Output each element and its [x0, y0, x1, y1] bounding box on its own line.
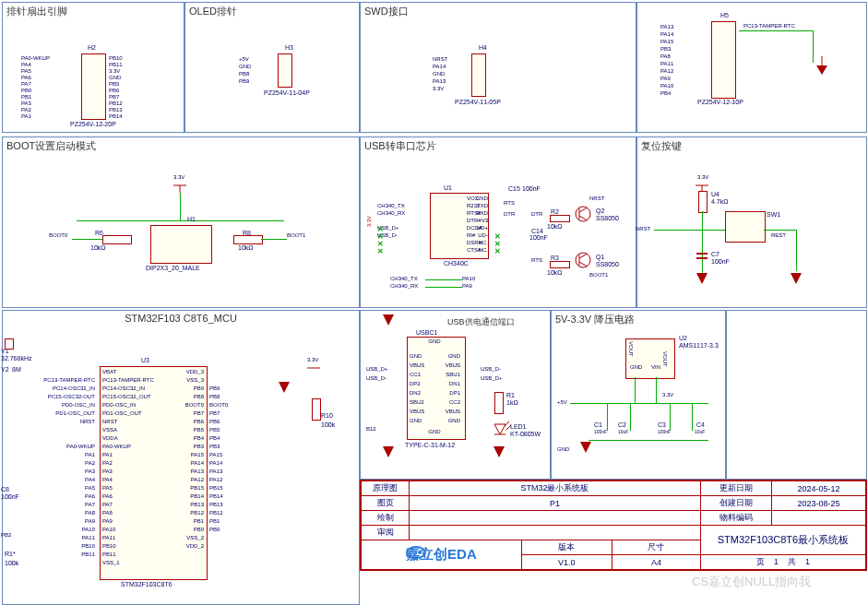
svg-marker-24: [383, 446, 394, 457]
net-label: 3.3V: [433, 85, 447, 92]
gnd-icon: [275, 380, 293, 397]
pin-label: PA3: [102, 468, 154, 476]
net-label: NRST: [26, 418, 95, 426]
net-rts2: RTS: [531, 257, 542, 263]
net-label: PA6: [26, 492, 95, 501]
tb-upd-val: 2024-05-12: [772, 481, 866, 496]
block-pinout: 排针扇出引脚 H2 PA0-WKUPPA4PA5PA6PA7PB0PB1PA3P…: [2, 2, 184, 133]
net-label: PB6: [109, 88, 123, 94]
pin-label: PB11: [102, 551, 154, 559]
net-label: PB0: [21, 88, 50, 94]
pin-label: PA12: [167, 476, 204, 484]
pin-label: PB13: [167, 501, 204, 509]
ref-h3: H3: [285, 44, 293, 51]
net-label: PB9: [239, 77, 251, 85]
net-dp: USB_D+: [481, 375, 503, 381]
title-pinout: 排针扇出引脚: [3, 3, 184, 20]
tb-t-val: 1: [805, 557, 810, 566]
pin-label: PA2: [102, 459, 154, 468]
block-usbserial: USB转串口芯片 U1 CH340C GNDTXDRXDV3UD+UD-NC.N…: [360, 136, 636, 308]
net-nrst-q2: NRST: [589, 196, 604, 201]
net-label: PB4: [660, 89, 673, 97]
net-label: PB15: [209, 484, 228, 492]
svg-marker-17: [279, 382, 290, 393]
net-label: PB1: [21, 94, 50, 101]
ref-r3: R3: [551, 255, 559, 261]
pin-label: PA15: [167, 451, 204, 459]
svg-point-27: [418, 551, 422, 554]
net-label: PA13: [660, 23, 673, 30]
svg-line-10: [579, 254, 588, 258]
ref-u4: U4: [711, 191, 719, 197]
ref-usbc: USBC1: [416, 329, 437, 336]
pin-label: GND: [442, 416, 460, 425]
pin-label: VDD_3: [167, 368, 204, 376]
c8v: 100nF: [1, 493, 19, 500]
pin-label: PB9: [167, 385, 204, 393]
ref-c4: C4: [696, 421, 705, 428]
net-label: PB7: [209, 409, 228, 418]
rx-to: PA9: [462, 283, 472, 289]
tb-schem-lbl: 原理图: [362, 481, 410, 496]
pin-label: RTS#: [467, 209, 482, 217]
ref-c1: C1: [594, 421, 602, 428]
net-label: PB5: [109, 81, 123, 88]
net-label: PB3: [660, 45, 673, 53]
ref-r2: R2: [551, 208, 559, 215]
ref-u3: U3: [141, 357, 149, 363]
ref-r1: R1: [506, 392, 515, 398]
pin-label: CTS#: [467, 246, 482, 254]
c1v: 100nF: [594, 429, 607, 434]
net-label: [26, 434, 95, 443]
pin-label: PB3: [167, 443, 204, 451]
ref-u1: U1: [444, 184, 452, 191]
ref-c14: C14: [531, 228, 543, 234]
net-b12: B12: [366, 426, 376, 432]
pin-label: PA5: [102, 484, 154, 492]
pin-label: PD1-OSC_OUT: [102, 409, 154, 418]
net-label: [209, 376, 228, 385]
pin-label: VSSA: [102, 426, 154, 434]
svg-point-4: [576, 207, 590, 221]
val-h5: PZ254V-12-10P: [697, 99, 743, 105]
r1v: 1kΩ: [506, 399, 518, 406]
pin-label: RI#: [467, 231, 482, 239]
net-label: PC13-TAMPER-RTC: [26, 376, 95, 385]
tb-schem-val: STM32最小系统板: [410, 481, 701, 496]
r3v: 10kΩ: [547, 269, 563, 276]
pin-label: PA1: [102, 451, 154, 459]
net-label: PA8: [660, 53, 673, 60]
net-label: +5V: [239, 55, 251, 63]
net-label: PB13: [209, 501, 228, 509]
net-label: [377, 217, 405, 224]
ref-h1: H1: [187, 216, 196, 222]
block-ldo: 5V-3.3V 降压电路 U2 AMS1117-3.3 GND VIN VOUT…: [551, 310, 726, 480]
pin-label: VBUS: [410, 361, 424, 370]
chip-h3: [278, 53, 292, 88]
net-label: PA9: [660, 75, 673, 82]
pin-label: GND: [410, 416, 424, 425]
net-label: PB11: [109, 62, 123, 68]
net-dtr2: DTR: [531, 211, 542, 217]
pin-label: PA14: [167, 459, 204, 468]
pin-label: BOOT0: [167, 401, 204, 409]
ref-sw1: SW1: [767, 211, 780, 218]
ref-r10: R10: [321, 412, 333, 419]
pin-label: PA7: [102, 501, 154, 509]
pin-label: PA13: [167, 468, 204, 476]
net-label: PA11: [26, 534, 95, 542]
net-boot0: BOOT0: [49, 232, 67, 238]
eda-logo-icon: [406, 546, 426, 559]
pin-label: DSR#: [467, 239, 482, 246]
ref-c8: C8: [1, 486, 9, 492]
net-label: PA3: [26, 468, 95, 476]
r6-val: 10kΩ: [90, 244, 106, 251]
y2v: 8M: [12, 366, 21, 373]
val-u1: CH340C: [444, 260, 469, 267]
c2v: 10uF: [618, 429, 628, 434]
titleblock: 原理图 STM32最小系统板 更新日期 2024-05-12 图页 P1 创建日…: [360, 480, 867, 571]
pin-label: PB5: [167, 426, 204, 434]
pin-label: CC2: [442, 397, 460, 407]
ref-c7: C7: [711, 251, 719, 257]
ledv: KT-0805W: [510, 431, 541, 437]
